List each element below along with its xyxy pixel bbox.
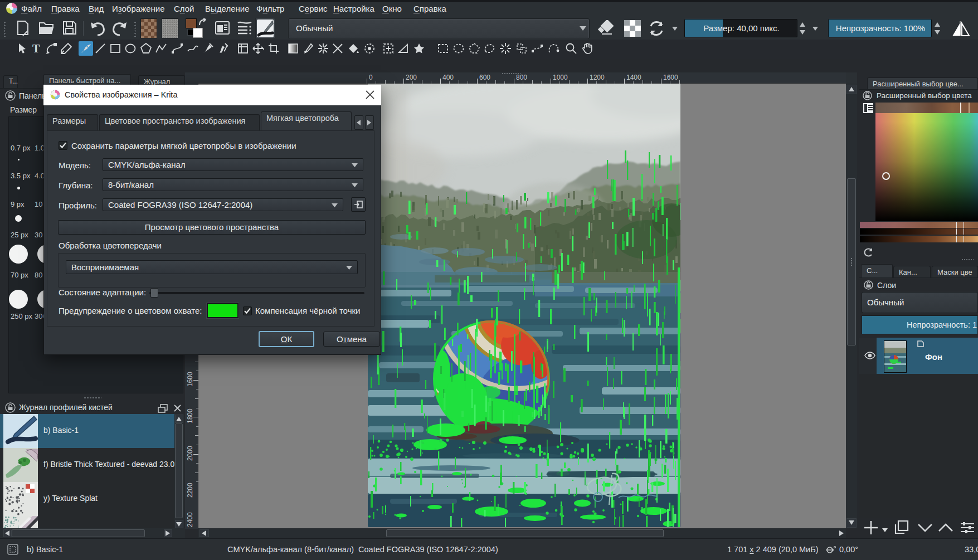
svg-text:400: 400 <box>442 74 454 81</box>
svg-text:2000: 2000 <box>186 446 194 461</box>
svg-text:1800: 1800 <box>186 408 194 423</box>
svg-text:2200: 2200 <box>186 483 194 498</box>
svg-text:1400: 1400 <box>626 74 641 81</box>
svg-text:600: 600 <box>479 74 490 81</box>
svg-text:1000: 1000 <box>553 74 568 81</box>
svg-text:1600: 1600 <box>186 372 194 387</box>
svg-text:0: 0 <box>369 74 373 81</box>
svg-text:2400: 2400 <box>186 512 194 527</box>
svg-text:200: 200 <box>406 74 417 81</box>
svg-text:1600: 1600 <box>663 74 678 81</box>
svg-text:800: 800 <box>516 74 527 81</box>
svg-text:T: T <box>32 42 40 55</box>
svg-text:1200: 1200 <box>590 74 605 81</box>
